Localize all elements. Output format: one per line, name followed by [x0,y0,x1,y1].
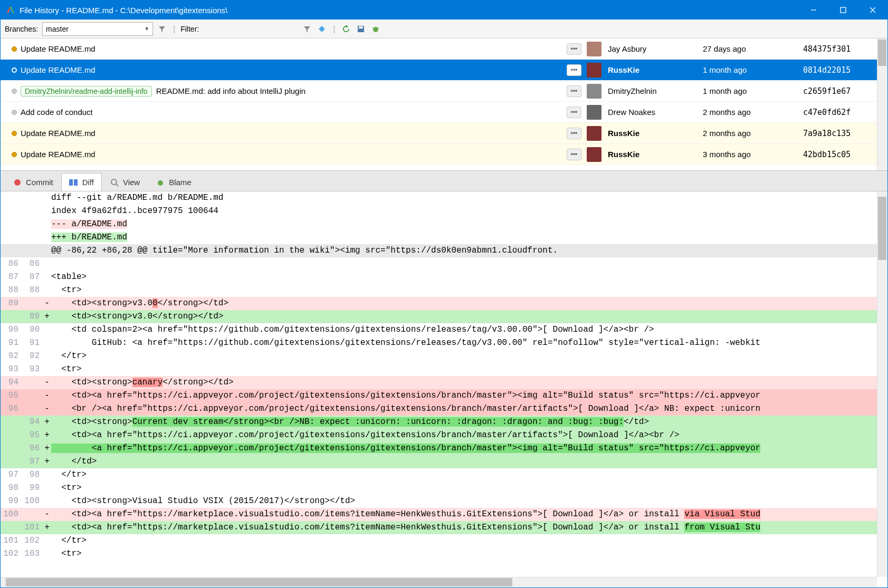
diff-line: 95- <td><a href="https://ci.appveyor.com… [1,389,877,402]
commit-date: 3 months ago [703,150,803,159]
minimize-button[interactable] [799,1,828,20]
history-row[interactable]: Add code of conduct•••Drew Noakes2 month… [1,102,877,123]
history-row[interactable]: Update README.md•••RussKie1 month ago081… [1,60,877,81]
avatar [587,147,601,162]
diff-line: 96+ <a href="https://ci.appveyor.com/pro… [1,442,877,455]
more-button[interactable]: ••• [567,85,581,97]
diff-line: 96- <br /><a href="https://ci.appveyor.c… [1,402,877,416]
tab-diff[interactable]: Diff [61,173,102,191]
tab-view[interactable]: View [102,173,148,191]
svg-rect-12 [74,179,78,186]
more-button[interactable]: ••• [567,43,581,55]
commit-date: 2 months ago [703,129,803,138]
commit-message: Update README.md [21,129,567,138]
diff-line: 89+ <td><strong>v3.0</strong></td> [1,310,877,323]
commit-message: Update README.md [21,65,567,74]
filter-icon[interactable] [156,23,168,35]
filter-label: Filter: [180,25,199,33]
author: RussKie [608,129,703,138]
avatar [587,84,601,99]
avatar [587,126,601,141]
commit-hash: c2659f1e67 [803,86,877,96]
commit-message: Update README.md [21,150,567,159]
branch-tag[interactable]: DmitryZhelnin/readme-add-intellij-info [21,86,152,97]
svg-line-14 [116,184,118,186]
author: RussKie [608,150,703,159]
avatar [587,105,601,120]
more-button[interactable]: ••• [567,128,581,139]
svg-point-13 [111,179,117,185]
diff-line: 9899 <tr> [1,481,877,495]
diff-line: 89- <td><strong>v3.00</strong></td> [1,297,877,310]
refresh-icon[interactable] [340,23,352,35]
diff-line: 94- <td><strong>canary</strong></td> [1,376,877,389]
diff-hunk-header: @@ -86,22 +86,28 @@ title="More informat… [1,244,877,257]
more-button[interactable]: ••• [567,64,581,76]
diff-line: 9191 GitHub: <a href="https://github.com… [1,336,877,350]
app-logo-icon [6,5,15,15]
svg-point-7 [373,27,378,32]
diff-view: diff --git a/README.md b/README.mdindex … [1,191,887,587]
commit-date: 2 months ago [703,108,803,117]
diff-line: 97+ </td> [1,455,877,468]
maximize-button[interactable] [828,1,858,20]
branch-select-value: master [46,25,69,33]
diff-header-line: diff --git a/README.md b/README.md [1,191,877,205]
svg-marker-4 [319,26,325,32]
close-button[interactable] [858,1,887,20]
diff-line: 8686 [1,257,877,271]
save-icon[interactable] [355,23,367,35]
author: DmitryZhelnin [608,86,703,95]
commit-message: DmitryZhelnin/readme-add-intellij-infoRE… [21,86,567,97]
avatar [587,42,601,56]
diff-line: 8787 <table> [1,271,877,284]
svg-rect-6 [359,26,363,28]
commit-date: 27 days ago [703,44,803,53]
author: RussKie [608,65,703,74]
history-scrollbar[interactable] [877,38,887,170]
branch-select[interactable]: master ▼ [42,22,153,36]
chevron-down-icon: ▼ [144,26,149,32]
tabs-bar: Commit Diff View Blame [1,170,887,191]
commit-date: 1 month ago [703,65,803,74]
history-row[interactable]: Update README.md•••Jay Asbury27 days ago… [1,38,877,60]
history-row[interactable]: Update README.md•••RussKie3 months ago42… [1,144,877,165]
diff-line: 94+ <td><strong>Current dev stream</stro… [1,416,877,429]
diff-scrollbar-horizontal[interactable] [1,577,877,587]
svg-point-10 [14,179,21,186]
diff-header-line: index 4f9a62fd1..bce977975 100644 [1,205,877,218]
avatar [587,63,601,78]
diff-line: 9292 </tr> [1,350,877,363]
more-button[interactable]: ••• [567,107,581,118]
blue-diamond-icon[interactable] [316,23,328,35]
diff-line: 100- <td><a href="https://marketplace.vi… [1,508,877,521]
app-window: File History - README.md - C:\Developmen… [0,0,888,588]
diff-line: 95+ <td><a href="https://ci.appveyor.com… [1,429,877,442]
diff-line: 102103 <tr> [1,547,877,561]
view-icon [110,178,119,187]
history-row[interactable]: Update README.md•••RussKie2 months ago7a… [1,123,877,144]
bug-icon[interactable] [370,23,381,35]
diff-minus-file: --- a/README.md [1,218,877,231]
commit-message: Add code of conduct [21,108,567,117]
diff-scrollbar-vertical[interactable] [877,191,887,577]
toolbar: Branches: master ▼ | Filter: | [1,20,887,38]
separator: | [173,24,175,34]
commit-hash: 42bdb15c05 [803,150,877,159]
commit-hash: c47e0fd62f [803,108,877,117]
commit-hash: 0814d22015 [803,65,877,75]
diff-icon [69,178,79,187]
diff-line: 9090 <td colspan=2><a href="https://gith… [1,323,877,336]
window-title: File History - README.md - C:\Developmen… [20,6,799,15]
filter2-icon[interactable] [301,23,313,35]
diff-line: 101102 </tr> [1,534,877,547]
more-button[interactable]: ••• [567,149,581,160]
diff-plus-file: +++ b/README.md [1,231,877,244]
branches-label: Branches: [5,25,38,33]
tab-commit[interactable]: Commit [5,173,61,191]
history-row[interactable]: DmitryZhelnin/readme-add-intellij-infoRE… [1,81,877,102]
diff-line: 101+ <td><a href="https://marketplace.vi… [1,521,877,534]
tab-blame[interactable]: Blame [148,173,199,191]
diff-line: 9393 <tr> [1,363,877,376]
svg-rect-11 [69,179,73,186]
